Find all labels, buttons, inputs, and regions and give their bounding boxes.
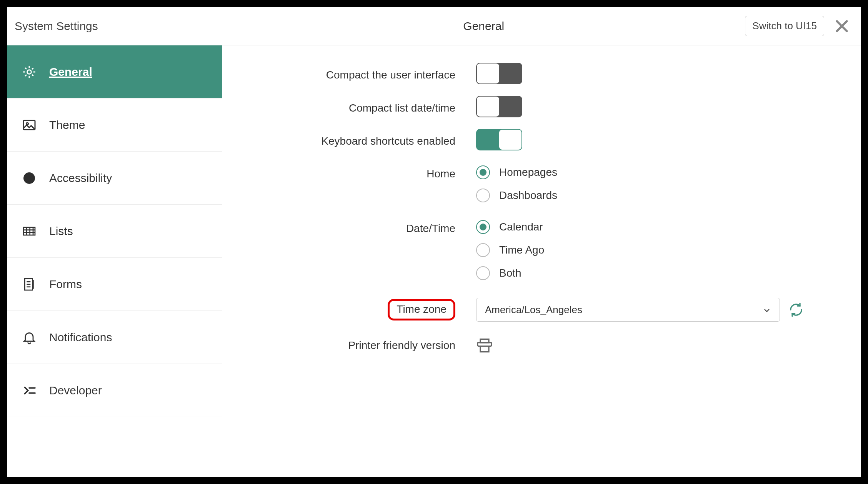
sidebar-item-general[interactable]: General (7, 45, 222, 98)
section-title: General (222, 20, 745, 33)
radio-icon (476, 266, 490, 280)
sidebar-item-forms[interactable]: Forms (7, 258, 222, 311)
grid-icon (22, 224, 37, 239)
radio-dt-calendar[interactable]: Calendar (476, 220, 544, 234)
radio-group-home: Homepages Dashboards (476, 165, 557, 202)
radio-label: Both (499, 267, 521, 279)
radio-dt-timeago[interactable]: Time Ago (476, 243, 544, 257)
sidebar-item-theme[interactable]: Theme (7, 98, 222, 152)
svg-rect-20 (480, 346, 489, 352)
sidebar: General Theme (7, 45, 222, 477)
code-icon (22, 383, 37, 398)
bell-icon (22, 330, 37, 345)
sidebar-item-label: Notifications (49, 331, 112, 344)
header-bar: System Settings General Switch to UI15 (7, 7, 861, 45)
setting-label-home: Home (245, 165, 476, 180)
printer-icon[interactable] (476, 337, 493, 354)
sidebar-item-label: Theme (49, 118, 85, 132)
radio-home-dashboards[interactable]: Dashboards (476, 189, 557, 202)
setting-label-printer: Printer friendly version (245, 339, 476, 352)
setting-label-datetime: Date/Time (245, 220, 476, 235)
setting-label-compact-ui: Compact the user interface (245, 66, 476, 81)
sidebar-item-label: Lists (49, 225, 73, 238)
window-title: System Settings (15, 20, 222, 33)
radio-icon (476, 189, 490, 202)
picture-icon (22, 117, 37, 133)
sidebar-item-label: Accessibility (49, 172, 112, 185)
radio-home-homepages[interactable]: Homepages (476, 165, 557, 179)
radio-icon (476, 165, 490, 179)
radio-label: Time Ago (499, 244, 544, 256)
sidebar-item-notifications[interactable]: Notifications (7, 311, 222, 364)
toggle-kbd-shortcuts[interactable] (476, 129, 522, 150)
refresh-icon[interactable] (788, 302, 804, 317)
setting-label-kbd-shortcuts: Keyboard shortcuts enabled (245, 132, 476, 147)
toggle-compact-date[interactable] (476, 96, 522, 117)
toggle-compact-ui[interactable] (476, 63, 522, 84)
document-icon (22, 277, 37, 292)
svg-point-2 (27, 70, 32, 74)
circle-filled-icon (22, 170, 37, 186)
radio-label: Dashboards (499, 189, 557, 202)
close-icon[interactable] (833, 18, 850, 35)
radio-icon (476, 243, 490, 257)
sidebar-item-label: Forms (49, 278, 82, 291)
radio-label: Homepages (499, 166, 557, 179)
radio-label: Calendar (499, 221, 543, 233)
setting-label-timezone: Time zone (388, 299, 455, 320)
settings-panel: Compact the user interface Compact list … (222, 45, 861, 477)
timezone-value: America/Los_Angeles (485, 304, 582, 316)
sidebar-item-accessibility[interactable]: Accessibility (7, 152, 222, 205)
gear-icon (22, 64, 37, 80)
timezone-select[interactable]: America/Los_Angeles (476, 298, 780, 322)
chevron-down-icon (763, 305, 771, 314)
radio-group-datetime: Calendar Time Ago Both (476, 220, 544, 280)
radio-dt-both[interactable]: Both (476, 266, 544, 280)
radio-icon (476, 220, 490, 234)
setting-label-compact-date: Compact list date/time (245, 99, 476, 114)
switch-ui-button[interactable]: Switch to UI15 (745, 16, 824, 36)
sidebar-item-lists[interactable]: Lists (7, 205, 222, 258)
sidebar-item-developer[interactable]: Developer (7, 364, 222, 417)
sidebar-item-label: Developer (49, 384, 102, 397)
sidebar-item-label: General (49, 65, 92, 78)
svg-point-5 (23, 172, 35, 184)
